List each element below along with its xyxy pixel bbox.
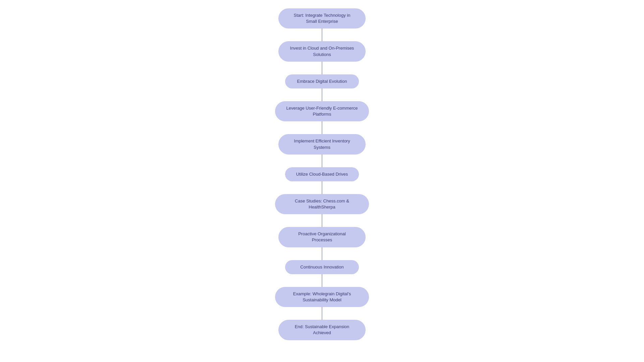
flowchart-node-embrace-digital: Embrace Digital Evolution — [285, 74, 359, 88]
flowchart-node-proactive-org: Proactive Organizational Processes — [278, 227, 366, 247]
flowchart-node-end: End: Sustainable Expansion Achieved — [278, 320, 366, 340]
connector-4 — [322, 155, 322, 167]
flowchart-node-case-studies: Case Studies: Chess.com & HealthSherpa — [275, 194, 369, 214]
connector-5 — [322, 181, 322, 194]
connector-0 — [322, 28, 322, 41]
flowchart-node-leverage-ecommerce: Leverage User-Friendly E-commerce Platfo… — [275, 101, 369, 121]
flowchart-node-utilize-cloud: Utilize Cloud-Based Drives — [285, 167, 359, 181]
connector-7 — [322, 247, 322, 260]
connector-6 — [322, 214, 322, 227]
connector-8 — [322, 274, 322, 287]
connector-3 — [322, 121, 322, 134]
connector-2 — [322, 88, 322, 101]
connector-1 — [322, 62, 322, 74]
connector-9 — [322, 307, 322, 320]
flowchart-node-continuous-innovation: Continuous Innovation — [285, 260, 359, 274]
flowchart-node-implement-inventory: Implement Efficient Inventory Systems — [278, 134, 366, 154]
flowchart: Start: Integrate Technology in Small Ent… — [275, 2, 369, 347]
flowchart-node-invest-cloud: Invest in Cloud and On-Premises Solution… — [278, 41, 366, 61]
flowchart-node-example-wholegrain: Example: Wholegrain Digital's Sustainabi… — [275, 287, 369, 307]
flowchart-node-start: Start: Integrate Technology in Small Ent… — [278, 8, 366, 28]
